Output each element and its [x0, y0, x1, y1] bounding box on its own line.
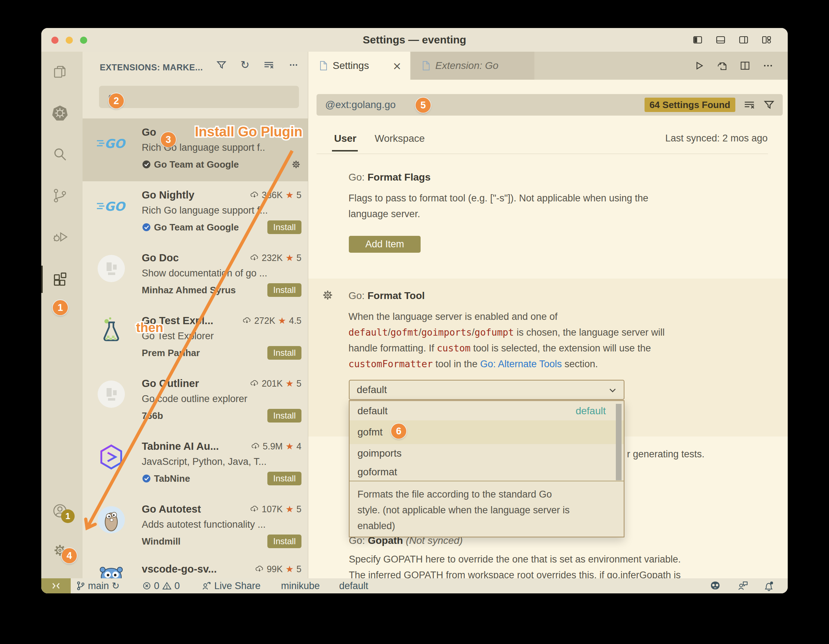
- filter-icon[interactable]: [216, 60, 227, 70]
- tab-settings[interactable]: Settings ×: [308, 52, 410, 80]
- settings-gear-icon[interactable]: [52, 542, 68, 558]
- profile-status-item[interactable]: default: [339, 578, 368, 593]
- accounts-badge: 1: [61, 509, 75, 523]
- code-span: customFormatter: [348, 358, 433, 369]
- minikube-label: minikube: [281, 581, 320, 592]
- error-count: 0: [154, 581, 159, 592]
- branch-status-item[interactable]: main ↻: [76, 578, 120, 593]
- notifications-status-item[interactable]: [763, 578, 774, 593]
- alternate-tools-link[interactable]: Go: Alternate Tools: [480, 358, 562, 369]
- extension-placeholder-icon: [97, 380, 126, 409]
- more-actions-icon[interactable]: [288, 60, 299, 70]
- option-label: default: [358, 405, 388, 417]
- live-share-status-item[interactable]: Live Share: [202, 578, 260, 593]
- list-item-go-test-explorer[interactable]: Go Test Expl... 272K★4.5 Go Test Explore…: [82, 307, 308, 370]
- install-button[interactable]: Install: [267, 535, 301, 548]
- code-span: goimports: [421, 327, 472, 338]
- search-icon[interactable]: [52, 147, 68, 162]
- list-item-go-nightly[interactable]: GO Go Nightly 336K★5 Rich Go language su…: [82, 181, 308, 244]
- option-gofmt[interactable]: gofmt: [350, 420, 624, 444]
- extension-name: Go Test Expl...: [142, 315, 213, 327]
- install-button[interactable]: Install: [267, 472, 301, 485]
- install-button[interactable]: Install: [267, 409, 301, 423]
- filter-settings-icon[interactable]: [763, 99, 775, 110]
- option-goimports[interactable]: goimports: [350, 444, 624, 463]
- divider: [350, 481, 624, 481]
- toggle-secondary-sidebar-icon[interactable]: [738, 35, 749, 45]
- downloads-icon: [250, 191, 259, 200]
- add-item-button[interactable]: Add Item: [349, 236, 421, 253]
- extensions-icon[interactable]: [52, 271, 69, 288]
- toggle-panel-icon[interactable]: [715, 35, 726, 45]
- toggle-sidebar-icon[interactable]: [692, 35, 703, 45]
- settings-search-input[interactable]: @ext:golang.go 64 Settings Found: [317, 94, 783, 115]
- gopher-icon: [97, 505, 126, 534]
- remote-indicator[interactable]: [41, 578, 71, 593]
- editor-area: Settings × Extension: Go @ext:golang.go …: [308, 52, 788, 578]
- option-default[interactable]: default default: [350, 402, 624, 420]
- split-editor-icon[interactable]: [740, 60, 750, 71]
- kubernetes-icon[interactable]: [52, 105, 68, 121]
- tab-extension-go[interactable]: Extension: Go: [411, 52, 534, 80]
- extensions-search-input[interactable]: go: [99, 86, 299, 108]
- run-icon[interactable]: [694, 60, 704, 71]
- format-tool-select[interactable]: default: [349, 380, 624, 400]
- extension-name: Tabnine AI Au...: [142, 440, 219, 452]
- extension-publisher: Minhaz Ahmed Syrus: [142, 285, 236, 296]
- extension-name: Go: [142, 126, 156, 138]
- minikube-status-item[interactable]: minikube: [281, 578, 320, 593]
- download-count: 107K: [262, 504, 282, 515]
- install-button[interactable]: Install: [267, 283, 301, 297]
- feedback-status-item[interactable]: [738, 578, 748, 593]
- setting-description-format-flags: Flags to pass to format tool (e.g. ["-s"…: [348, 190, 648, 222]
- list-item-go-doc[interactable]: Go Doc 232K★5 Show documentation of go .…: [82, 244, 308, 307]
- list-item-go-autotest[interactable]: Go Autotest 107K★5 Adds autotest functio…: [82, 496, 308, 558]
- setting-description-format-tool: When the language server is enabled and …: [348, 309, 665, 372]
- setting-description-gopath: Specify GOPATH here to override the one …: [349, 551, 681, 567]
- option-label: gofmt: [358, 426, 383, 438]
- clear-extension-search-icon[interactable]: [263, 60, 274, 70]
- verified-publisher-icon: [142, 160, 151, 169]
- setting-gear-icon[interactable]: [321, 289, 334, 301]
- option-goformat[interactable]: goformat: [350, 463, 624, 481]
- problems-status-item[interactable]: 0 0: [142, 578, 180, 593]
- list-item-go-outliner[interactable]: Go Outliner 201K★5 Go code outline explo…: [82, 370, 308, 432]
- code-span: gofmt: [391, 327, 418, 338]
- option-detail: default: [576, 405, 606, 417]
- install-button[interactable]: Install: [267, 346, 301, 360]
- star-icon: ★: [278, 316, 286, 326]
- tab-user[interactable]: User: [334, 133, 356, 144]
- download-count: 99K: [266, 564, 282, 575]
- list-item-tabnine[interactable]: Tabnine AI Au... 5.9M★4 JavaScript, Pyth…: [82, 432, 308, 496]
- close-tab-icon[interactable]: ×: [392, 60, 402, 72]
- run-debug-icon[interactable]: [52, 229, 68, 245]
- settings-editor: @ext:golang.go 64 Settings Found User Wo…: [308, 80, 788, 578]
- dropdown-scrollbar[interactable]: [616, 404, 622, 480]
- source-control-icon[interactable]: [52, 188, 68, 204]
- list-item-vscode-go-sv[interactable]: vscode-go-sv... 99K★5: [82, 558, 308, 578]
- manage-extension-gear-icon[interactable]: [291, 159, 301, 170]
- customize-layout-icon[interactable]: [761, 35, 772, 45]
- setting-description-gopath-clipped: The inferred GOPATH from workspace root …: [349, 567, 681, 578]
- sidebar-title: EXTENSIONS: MARKE...: [100, 62, 203, 73]
- open-changes-icon[interactable]: [717, 60, 727, 71]
- install-button[interactable]: Install: [267, 220, 301, 234]
- background-text: r generating tests.: [627, 449, 704, 460]
- extensions-list: GO Go Rich Go language support f.. Go Te…: [82, 118, 308, 578]
- extension-publisher: 766b: [142, 410, 163, 421]
- file-icon: [319, 61, 328, 71]
- rating: 5: [296, 564, 301, 575]
- more-actions-icon[interactable]: [763, 60, 773, 71]
- tab-workspace[interactable]: Workspace: [375, 133, 425, 144]
- star-icon: ★: [286, 441, 293, 451]
- explorer-icon[interactable]: [52, 64, 68, 80]
- tabnine-logo-icon: [97, 443, 126, 471]
- downloads-icon: [250, 254, 259, 262]
- github-status-item[interactable]: [709, 578, 721, 593]
- refresh-icon[interactable]: ↻: [240, 60, 249, 70]
- clear-settings-search-icon[interactable]: [743, 99, 755, 110]
- setting-name: Format Flags: [367, 172, 431, 183]
- list-item-go[interactable]: GO Go Rich Go language support f.. Go Te…: [82, 118, 308, 181]
- extension-name: Go Nightly: [142, 189, 194, 201]
- select-value: default: [357, 380, 387, 399]
